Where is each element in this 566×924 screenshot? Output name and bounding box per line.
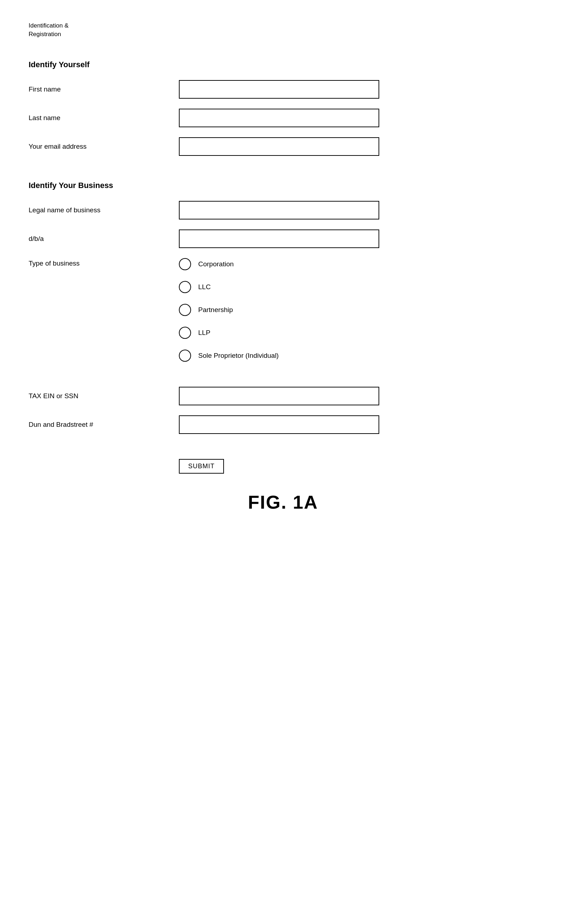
radio-item-llc[interactable]: LLC [179,281,279,293]
radio-llc-label: LLC [198,283,211,291]
dba-row: d/b/a [29,230,537,248]
submit-button[interactable]: SUBMIT [179,459,224,474]
section1-title: Identify Yourself [29,60,537,69]
page-header: Identification & Registration [29,21,537,39]
email-row: Your email address [29,137,537,156]
radio-sole-proprietor-circle[interactable] [179,350,191,362]
first-name-row: First name [29,80,537,99]
email-input[interactable] [179,137,379,156]
figure-label: FIG. 1A [29,492,537,513]
radio-item-llp[interactable]: LLP [179,327,279,339]
dun-bradstreet-input[interactable] [179,416,379,434]
radio-sole-proprietor-label: Sole Proprietor (Individual) [198,352,279,360]
radio-item-sole-proprietor[interactable]: Sole Proprietor (Individual) [179,350,279,362]
tax-ein-label: TAX EIN or SSN [29,392,179,400]
dun-bradstreet-row: Dun and Bradstreet # [29,416,537,434]
identify-yourself-section: Identify Yourself First name Last name Y… [29,60,537,156]
header-line2: Registration [29,31,61,38]
radio-partnership-circle[interactable] [179,304,191,316]
legal-name-row: Legal name of business [29,201,537,219]
radio-item-corporation[interactable]: Corporation [179,258,279,270]
email-label: Your email address [29,142,179,150]
tax-ein-input[interactable] [179,387,379,405]
tax-ein-row: TAX EIN or SSN [29,387,537,405]
section2-title: Identify Your Business [29,181,537,190]
tax-dun-section: TAX EIN or SSN Dun and Bradstreet # [29,387,537,434]
radio-corporation-circle[interactable] [179,258,191,270]
radio-item-partnership[interactable]: Partnership [179,304,279,316]
radio-corporation-label: Corporation [198,260,233,268]
type-of-business-label: Type of business [29,258,179,362]
identify-business-section: Identify Your Business Legal name of bus… [29,181,537,362]
dba-label: d/b/a [29,235,179,243]
header-line1: Identification & [29,22,69,29]
radio-llp-label: LLP [198,329,210,337]
submit-area: SUBMIT [29,459,537,474]
last-name-input[interactable] [179,109,379,127]
first-name-input[interactable] [179,80,379,99]
last-name-row: Last name [29,109,537,127]
radio-partnership-label: Partnership [198,306,233,314]
legal-name-input[interactable] [179,201,379,219]
business-type-radio-group: Corporation LLC Partnership LLP [179,258,279,362]
type-of-business-section: Type of business Corporation LLC Partner… [29,258,537,362]
radio-llp-circle[interactable] [179,327,191,339]
dba-input[interactable] [179,230,379,248]
legal-name-label: Legal name of business [29,206,179,214]
last-name-label: Last name [29,114,179,122]
radio-llc-circle[interactable] [179,281,191,293]
first-name-label: First name [29,86,179,93]
dun-bradstreet-label: Dun and Bradstreet # [29,421,179,429]
